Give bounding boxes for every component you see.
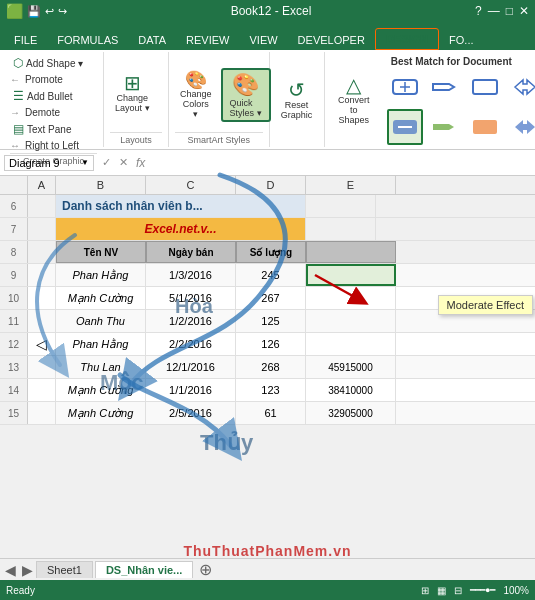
cell-a10[interactable]: [28, 287, 56, 309]
cell-b13[interactable]: Thu Lan: [56, 356, 146, 378]
cell-e15[interactable]: 32905000: [306, 402, 396, 424]
cell-a13[interactable]: [28, 356, 56, 378]
cell-c14[interactable]: 1/1/2016: [146, 379, 236, 401]
cell-c11[interactable]: 1/2/2016: [146, 310, 236, 332]
change-colors-button[interactable]: 🎨 ChangeColors ▾: [175, 68, 217, 122]
smartart-style-moderate-effect[interactable]: [387, 109, 423, 145]
restore-button[interactable]: □: [506, 4, 513, 18]
text-pane-button[interactable]: ▤ Text Pane: [10, 121, 74, 137]
col-header-d[interactable]: D: [236, 176, 306, 194]
reset-graphic-button[interactable]: ↺ ResetGraphic: [276, 77, 318, 123]
sheet-nav-left[interactable]: ◀: [2, 562, 19, 578]
right-to-left-button[interactable]: Right to Left: [22, 139, 82, 152]
cell-b10[interactable]: Mạnh Cường: [56, 287, 146, 309]
cell-c13[interactable]: 12/1/2016: [146, 356, 236, 378]
cell-b14[interactable]: Mạnh Cường: [56, 379, 146, 401]
quick-access-save[interactable]: 💾: [27, 5, 41, 18]
col-header-c[interactable]: C: [146, 176, 236, 194]
view-page-icon[interactable]: ⊟: [454, 585, 462, 596]
add-shape-button[interactable]: ⬡ Add Shape ▾: [10, 55, 86, 71]
cell-d14[interactable]: 123: [236, 379, 306, 401]
cell-d12[interactable]: 126: [236, 333, 306, 355]
col-header-e[interactable]: E: [306, 176, 396, 194]
ribbon-group-reset: ↺ ResetGraphic: [270, 52, 325, 147]
promote-button[interactable]: Promote: [22, 73, 66, 86]
cell-e13[interactable]: 45915000: [306, 356, 396, 378]
demote-button[interactable]: Demote: [22, 106, 63, 119]
cell-d11[interactable]: 125: [236, 310, 306, 332]
cell-d10[interactable]: 267: [236, 287, 306, 309]
bullet-icon: ☰: [13, 89, 24, 103]
cell-d9[interactable]: 245: [236, 264, 306, 286]
tab-developer[interactable]: DEVELOPER: [288, 30, 375, 50]
tab-design[interactable]: DESIGN: [375, 28, 439, 50]
smartart-style-6[interactable]: [427, 109, 463, 145]
cell-d6[interactable]: [306, 195, 376, 217]
minimize-button[interactable]: —: [488, 4, 500, 18]
cell-c8[interactable]: Ngày bán: [146, 241, 236, 263]
rtl-btn-row: ↔ Right to Left: [10, 139, 82, 152]
cell-a12[interactable]: ◁: [28, 333, 56, 355]
tab-formulas[interactable]: FORMULAS: [47, 30, 128, 50]
sheet-nav-right[interactable]: ▶: [19, 562, 36, 578]
tab-file[interactable]: FILE: [4, 30, 47, 50]
cell-d15[interactable]: 61: [236, 402, 306, 424]
cell-a8[interactable]: [28, 241, 56, 263]
col-header-a[interactable]: A: [28, 176, 56, 194]
cell-a7[interactable]: [28, 218, 56, 240]
cell-a15[interactable]: [28, 402, 56, 424]
smartart-style-1[interactable]: [387, 69, 423, 105]
row-num-9: 9: [0, 264, 28, 286]
convert-label: Convertto Shapes: [336, 95, 372, 125]
smartart-style-2[interactable]: [427, 69, 463, 105]
cell-b11[interactable]: Oanh Thu: [56, 310, 146, 332]
quick-access-undo[interactable]: ↩: [45, 5, 54, 18]
tab-data[interactable]: DATA: [128, 30, 176, 50]
cell-c12[interactable]: 2/2/2016: [146, 333, 236, 355]
cell-e11[interactable]: [306, 310, 396, 332]
cell-d7[interactable]: [306, 218, 376, 240]
cell-e8[interactable]: [306, 241, 396, 263]
cell-c10[interactable]: 5/1/2016: [146, 287, 236, 309]
view-layout-icon[interactable]: ▦: [437, 585, 446, 596]
formula-input[interactable]: [153, 157, 531, 169]
add-sheet-button[interactable]: ⊕: [199, 560, 212, 579]
cell-b8[interactable]: Tên NV: [56, 241, 146, 263]
help-icon[interactable]: ?: [475, 4, 482, 18]
cell-e14[interactable]: 38410000: [306, 379, 396, 401]
cell-b15[interactable]: Mạnh Cường: [56, 402, 146, 424]
quick-styles-button[interactable]: 🎨 QuickStyles ▾: [221, 68, 271, 122]
smartart-style-4[interactable]: [507, 69, 535, 105]
name-box-dropdown-icon[interactable]: ▼: [81, 158, 89, 167]
smartart-style-7[interactable]: [467, 109, 503, 145]
tab-view[interactable]: VIEW: [239, 30, 287, 50]
cell-b12[interactable]: Phan Hằng: [56, 333, 146, 355]
cell-e12[interactable]: [306, 333, 396, 355]
sheet-tab-sheet1[interactable]: Sheet1: [36, 561, 93, 578]
smartart-style-8[interactable]: [507, 109, 535, 145]
name-box[interactable]: Diagram 9 ▼: [4, 155, 94, 171]
quick-access-redo[interactable]: ↪: [58, 5, 67, 18]
cell-a14[interactable]: [28, 379, 56, 401]
cell-a9[interactable]: [28, 264, 56, 286]
zoom-slider[interactable]: ━━━●━: [470, 585, 495, 595]
change-layout-button[interactable]: ⊞ ChangeLayout ▾: [110, 70, 155, 116]
cell-a6[interactable]: [28, 195, 56, 217]
smartart-style-3[interactable]: [467, 69, 503, 105]
convert-to-shapes-button[interactable]: △ Convertto Shapes: [331, 72, 377, 128]
cell-d8[interactable]: Số lượng: [236, 241, 306, 263]
tab-review[interactable]: REVIEW: [176, 30, 239, 50]
cell-c15[interactable]: 2/5/2016: [146, 402, 236, 424]
cell-a11[interactable]: [28, 310, 56, 332]
cell-b9[interactable]: Phan Hằng: [56, 264, 146, 286]
cell-c9[interactable]: 1/3/2016: [146, 264, 236, 286]
cell-b6[interactable]: Danh sách nhân viên b...: [56, 195, 306, 217]
close-button[interactable]: ✕: [519, 4, 529, 18]
tab-fo[interactable]: FO...: [439, 30, 483, 50]
sheet-tab-ds-nhan-vien[interactable]: DS_Nhân vie...: [95, 561, 193, 578]
view-normal-icon[interactable]: ⊞: [421, 585, 429, 596]
cell-b7[interactable]: Excel.net.v...: [56, 218, 306, 240]
cell-d13[interactable]: 268: [236, 356, 306, 378]
col-header-b[interactable]: B: [56, 176, 146, 194]
add-bullet-button[interactable]: ☰ Add Bullet: [10, 88, 76, 104]
